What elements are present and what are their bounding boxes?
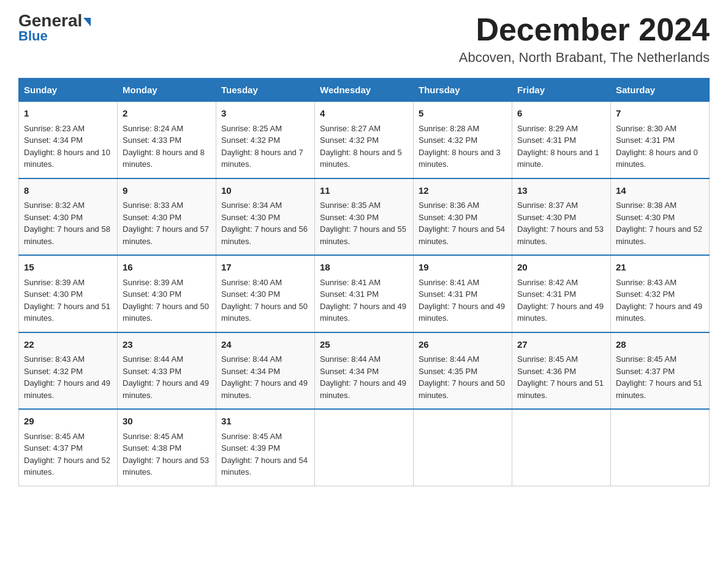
month-title: December 2024 — [459, 12, 710, 47]
calendar-cell: 19Sunrise: 8:41 AMSunset: 4:31 PMDayligh… — [414, 255, 512, 332]
calendar-cell — [611, 409, 710, 486]
day-info: Sunrise: 8:24 AMSunset: 4:33 PMDaylight:… — [123, 123, 211, 170]
day-number: 29 — [24, 415, 112, 429]
calendar-cell: 22Sunrise: 8:43 AMSunset: 4:32 PMDayligh… — [19, 332, 118, 410]
day-number: 26 — [419, 338, 507, 352]
day-number: 5 — [419, 107, 507, 121]
calendar-cell — [512, 409, 611, 486]
day-info: Sunrise: 8:40 AMSunset: 4:30 PMDaylight:… — [221, 277, 309, 324]
logo: General Blue — [18, 12, 91, 44]
header-saturday: Saturday — [611, 79, 710, 102]
header-thursday: Thursday — [414, 79, 512, 102]
day-number: 23 — [123, 338, 211, 352]
calendar-cell: 11Sunrise: 8:35 AMSunset: 4:30 PMDayligh… — [315, 178, 414, 256]
calendar-cell: 27Sunrise: 8:45 AMSunset: 4:36 PMDayligh… — [512, 332, 611, 410]
day-info: Sunrise: 8:28 AMSunset: 4:32 PMDaylight:… — [419, 123, 507, 170]
calendar-cell: 16Sunrise: 8:39 AMSunset: 4:30 PMDayligh… — [118, 255, 216, 332]
day-info: Sunrise: 8:41 AMSunset: 4:31 PMDaylight:… — [320, 277, 408, 324]
day-info: Sunrise: 8:45 AMSunset: 4:38 PMDaylight:… — [123, 431, 211, 478]
location-title: Abcoven, North Brabant, The Netherlands — [459, 50, 710, 66]
calendar-cell: 31Sunrise: 8:45 AMSunset: 4:39 PMDayligh… — [216, 409, 315, 486]
logo-general: General — [18, 12, 91, 29]
calendar-cell: 6Sunrise: 8:29 AMSunset: 4:31 PMDaylight… — [512, 102, 611, 178]
week-row-2: 8Sunrise: 8:32 AMSunset: 4:30 PMDaylight… — [19, 178, 710, 256]
title-section: December 2024 Abcoven, North Brabant, Th… — [459, 12, 710, 66]
day-info: Sunrise: 8:43 AMSunset: 4:32 PMDaylight:… — [616, 277, 704, 324]
calendar-cell: 9Sunrise: 8:33 AMSunset: 4:30 PMDaylight… — [118, 178, 216, 256]
day-number: 18 — [320, 261, 408, 275]
day-info: Sunrise: 8:39 AMSunset: 4:30 PMDaylight:… — [123, 277, 211, 324]
week-row-5: 29Sunrise: 8:45 AMSunset: 4:37 PMDayligh… — [19, 409, 710, 486]
day-number: 25 — [320, 338, 408, 352]
calendar-cell: 29Sunrise: 8:45 AMSunset: 4:37 PMDayligh… — [19, 409, 118, 486]
day-info: Sunrise: 8:45 AMSunset: 4:37 PMDaylight:… — [24, 431, 112, 478]
calendar-cell: 18Sunrise: 8:41 AMSunset: 4:31 PMDayligh… — [315, 255, 414, 332]
calendar-cell: 15Sunrise: 8:39 AMSunset: 4:30 PMDayligh… — [19, 255, 118, 332]
header-wednesday: Wednesday — [315, 79, 414, 102]
day-info: Sunrise: 8:44 AMSunset: 4:34 PMDaylight:… — [320, 353, 408, 401]
weekday-header-row: SundayMondayTuesdayWednesdayThursdayFrid… — [19, 79, 710, 102]
day-number: 21 — [616, 261, 704, 275]
day-info: Sunrise: 8:44 AMSunset: 4:34 PMDaylight:… — [221, 353, 309, 401]
header-monday: Monday — [118, 79, 216, 102]
day-info: Sunrise: 8:30 AMSunset: 4:31 PMDaylight:… — [616, 123, 704, 170]
calendar-cell: 17Sunrise: 8:40 AMSunset: 4:30 PMDayligh… — [216, 255, 315, 332]
day-info: Sunrise: 8:32 AMSunset: 4:30 PMDaylight:… — [24, 199, 112, 247]
day-number: 1 — [24, 107, 112, 121]
header-tuesday: Tuesday — [216, 79, 315, 102]
day-number: 16 — [123, 261, 211, 275]
day-number: 27 — [517, 338, 605, 352]
day-info: Sunrise: 8:45 AMSunset: 4:37 PMDaylight:… — [616, 353, 704, 401]
calendar-cell: 1Sunrise: 8:23 AMSunset: 4:34 PMDaylight… — [19, 102, 118, 178]
day-info: Sunrise: 8:36 AMSunset: 4:30 PMDaylight:… — [419, 199, 507, 247]
day-number: 7 — [616, 107, 704, 121]
day-number: 2 — [123, 107, 211, 121]
calendar-cell: 7Sunrise: 8:30 AMSunset: 4:31 PMDaylight… — [611, 102, 710, 178]
calendar-cell: 13Sunrise: 8:37 AMSunset: 4:30 PMDayligh… — [512, 178, 611, 256]
day-number: 13 — [517, 184, 605, 198]
day-number: 10 — [221, 184, 309, 198]
day-info: Sunrise: 8:42 AMSunset: 4:31 PMDaylight:… — [517, 277, 605, 324]
day-number: 8 — [24, 184, 112, 198]
calendar-cell: 20Sunrise: 8:42 AMSunset: 4:31 PMDayligh… — [512, 255, 611, 332]
calendar-cell: 12Sunrise: 8:36 AMSunset: 4:30 PMDayligh… — [414, 178, 512, 256]
logo-blue: Blue — [18, 28, 48, 44]
calendar-cell: 10Sunrise: 8:34 AMSunset: 4:30 PMDayligh… — [216, 178, 315, 256]
day-info: Sunrise: 8:29 AMSunset: 4:31 PMDaylight:… — [517, 123, 605, 170]
calendar-cell: 28Sunrise: 8:45 AMSunset: 4:37 PMDayligh… — [611, 332, 710, 410]
day-info: Sunrise: 8:35 AMSunset: 4:30 PMDaylight:… — [320, 199, 408, 247]
page-header: General Blue December 2024 Abcoven, Nort… — [18, 12, 710, 66]
calendar-cell — [414, 409, 512, 486]
day-number: 15 — [24, 261, 112, 275]
day-number: 20 — [517, 261, 605, 275]
calendar-cell: 3Sunrise: 8:25 AMSunset: 4:32 PMDaylight… — [216, 102, 315, 178]
day-number: 6 — [517, 107, 605, 121]
calendar-cell: 5Sunrise: 8:28 AMSunset: 4:32 PMDaylight… — [414, 102, 512, 178]
day-info: Sunrise: 8:45 AMSunset: 4:36 PMDaylight:… — [517, 353, 605, 401]
day-info: Sunrise: 8:45 AMSunset: 4:39 PMDaylight:… — [221, 431, 309, 478]
calendar-cell: 2Sunrise: 8:24 AMSunset: 4:33 PMDaylight… — [118, 102, 216, 178]
week-row-3: 15Sunrise: 8:39 AMSunset: 4:30 PMDayligh… — [19, 255, 710, 332]
calendar-cell: 23Sunrise: 8:44 AMSunset: 4:33 PMDayligh… — [118, 332, 216, 410]
day-info: Sunrise: 8:38 AMSunset: 4:30 PMDaylight:… — [616, 199, 704, 247]
day-number: 30 — [123, 415, 211, 429]
day-info: Sunrise: 8:23 AMSunset: 4:34 PMDaylight:… — [24, 123, 112, 170]
day-number: 9 — [123, 184, 211, 198]
calendar-cell: 8Sunrise: 8:32 AMSunset: 4:30 PMDaylight… — [19, 178, 118, 256]
day-info: Sunrise: 8:41 AMSunset: 4:31 PMDaylight:… — [419, 277, 507, 324]
header-friday: Friday — [512, 79, 611, 102]
calendar-cell: 21Sunrise: 8:43 AMSunset: 4:32 PMDayligh… — [611, 255, 710, 332]
calendar-cell: 24Sunrise: 8:44 AMSunset: 4:34 PMDayligh… — [216, 332, 315, 410]
day-info: Sunrise: 8:34 AMSunset: 4:30 PMDaylight:… — [221, 199, 309, 247]
day-info: Sunrise: 8:43 AMSunset: 4:32 PMDaylight:… — [24, 353, 112, 401]
header-sunday: Sunday — [19, 79, 118, 102]
calendar-cell: 25Sunrise: 8:44 AMSunset: 4:34 PMDayligh… — [315, 332, 414, 410]
day-info: Sunrise: 8:33 AMSunset: 4:30 PMDaylight:… — [123, 199, 211, 247]
day-number: 11 — [320, 184, 408, 198]
day-number: 19 — [419, 261, 507, 275]
day-info: Sunrise: 8:25 AMSunset: 4:32 PMDaylight:… — [221, 123, 309, 170]
day-number: 22 — [24, 338, 112, 352]
calendar-table: SundayMondayTuesdayWednesdayThursdayFrid… — [18, 78, 710, 486]
calendar-cell: 26Sunrise: 8:44 AMSunset: 4:35 PMDayligh… — [414, 332, 512, 410]
day-number: 4 — [320, 107, 408, 121]
